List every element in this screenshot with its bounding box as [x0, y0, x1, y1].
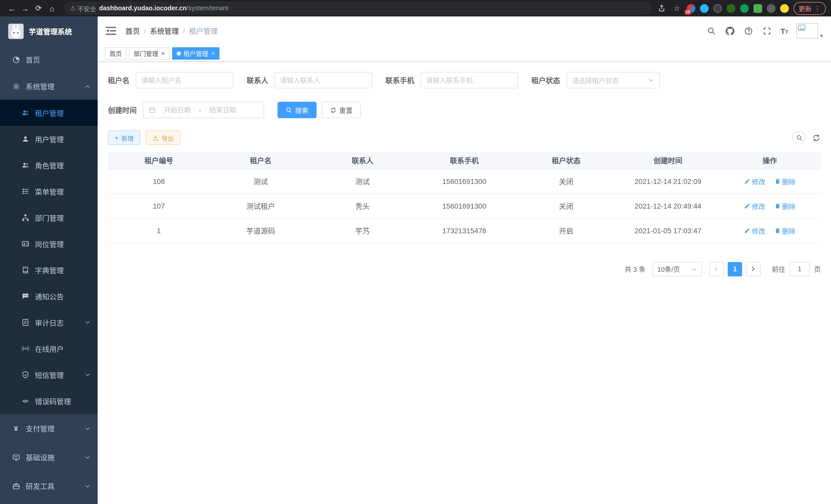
edit-link[interactable]: 修改	[744, 201, 765, 211]
sidebar-item-menu[interactable]: 菜单管理	[0, 178, 98, 205]
toolbox-icon	[11, 482, 21, 490]
sidebar-item-dept[interactable]: 部门管理	[0, 205, 98, 231]
page-size-select[interactable]: 10条/页	[653, 262, 702, 276]
filter-row-2: 创建时间 - 搜索 重置	[108, 102, 821, 118]
sidebar-item-system[interactable]: 系统管理	[0, 73, 98, 100]
col-status: 租户状态	[515, 152, 617, 169]
chevron-down-icon	[691, 266, 697, 272]
sidebar-item-audit-log[interactable]: 审计日志	[0, 309, 98, 335]
update-button[interactable]: 更新 ⋮	[794, 2, 826, 14]
breadcrumb-home[interactable]: 首页	[125, 26, 140, 36]
close-icon[interactable]: ×	[161, 50, 165, 56]
table-header-row: 租户编号 租户名 联系人 联系手机 租户状态 创建时间 操作	[108, 152, 821, 169]
reset-button[interactable]: 重置	[322, 102, 361, 118]
tenant-name-input[interactable]	[141, 76, 228, 84]
start-date-input[interactable]	[159, 106, 196, 114]
tab-home[interactable]: 首页	[105, 47, 126, 59]
user-avatar-menu[interactable]: ▾	[797, 23, 823, 38]
main: 首页 / 系统管理 / 租户管理	[98, 17, 831, 504]
user-icon	[21, 135, 30, 143]
bookmark-star-icon[interactable]: ☆	[672, 3, 682, 13]
cell-actions: 修改 删除	[719, 194, 821, 218]
chevron-up-icon	[85, 84, 90, 89]
edit-link[interactable]: 修改	[744, 176, 765, 186]
sidebar-item-home[interactable]: 首页	[0, 46, 98, 73]
sidebar-collapse-icon[interactable]	[106, 25, 117, 36]
date-range-picker[interactable]: -	[143, 102, 264, 118]
back-icon[interactable]: ←	[5, 2, 19, 15]
sidebar-item-role[interactable]: 角色管理	[0, 152, 98, 178]
sidebar-item-dict[interactable]: 字典管理	[0, 257, 98, 283]
refresh-button[interactable]	[812, 133, 821, 142]
tab-tenant[interactable]: 租户管理 ×	[172, 47, 220, 59]
logo[interactable]: 芋道管理系统	[0, 17, 98, 46]
fullscreen-icon[interactable]	[762, 26, 772, 36]
chevron-down-icon	[85, 483, 90, 489]
forward-icon[interactable]: →	[19, 2, 32, 15]
right-toolbar	[793, 131, 821, 144]
breadcrumb-separator: /	[144, 27, 146, 35]
font-size-icon[interactable]: TT	[780, 26, 789, 35]
col-contact: 联系人	[312, 152, 413, 169]
topbar-actions: TT ▾	[706, 23, 823, 38]
breadcrumb-current: 租户管理	[189, 26, 218, 36]
close-icon[interactable]: ×	[211, 50, 215, 56]
extension-icon-2[interactable]	[700, 4, 709, 12]
trash-icon	[774, 228, 781, 234]
sidebar-item-notice[interactable]: 通知公告	[0, 283, 98, 309]
cell-contact: 秃头	[312, 194, 413, 218]
toggle-search-button[interactable]	[793, 131, 806, 144]
cell-status: 开启	[515, 218, 617, 243]
extension-icon-6[interactable]	[753, 4, 762, 12]
current-page[interactable]: 1	[728, 262, 742, 276]
next-page-button[interactable]	[746, 262, 761, 276]
home-icon[interactable]: ⌂	[45, 2, 59, 15]
sidebar-item-online-user[interactable]: 在线用户	[0, 335, 98, 362]
add-button[interactable]: + 新增	[108, 130, 140, 145]
sidebar-item-infra[interactable]: 基础设施	[0, 443, 98, 472]
delete-link[interactable]: 删除	[774, 176, 796, 186]
cell-tenant-name: 测试	[210, 169, 311, 194]
sidebar-item-pay[interactable]: ¥ 支付管理	[0, 414, 98, 443]
security-warning[interactable]: ⚠ 不安全	[70, 4, 96, 12]
chevron-right-icon	[751, 266, 756, 272]
sidebar-item-tenant[interactable]: 租户管理	[0, 100, 98, 126]
github-icon[interactable]	[725, 26, 735, 36]
goto-page-input[interactable]	[790, 262, 810, 276]
sidebar-item-dev-tools[interactable]: 研发工具	[0, 472, 98, 500]
breadcrumb-system[interactable]: 系统管理	[150, 26, 179, 36]
sidebar-item-user[interactable]: 用户管理	[0, 126, 98, 152]
address-bar[interactable]: ⚠ 不安全 dashboard.yudao.iocoder.cn/system/…	[64, 2, 652, 15]
extension-icon-1[interactable]: 10	[687, 4, 695, 12]
delete-link[interactable]: 删除	[774, 201, 796, 211]
contact-input[interactable]	[280, 76, 366, 84]
trash-icon	[774, 178, 781, 184]
profile-avatar-icon[interactable]	[780, 4, 789, 12]
reload-icon[interactable]: ⟳	[32, 2, 45, 15]
export-button[interactable]: 导出	[145, 130, 180, 145]
end-date-input[interactable]	[204, 106, 241, 114]
search-button[interactable]: 搜索	[278, 102, 317, 118]
phone-input[interactable]	[426, 76, 512, 84]
chevron-down-icon	[85, 320, 90, 325]
kebab-menu-icon[interactable]: ⋮	[814, 4, 821, 12]
help-icon[interactable]	[743, 26, 754, 36]
filter-create-time: 创建时间 -	[108, 102, 264, 118]
sidebar: 芋道管理系统 首页 系统管理 租户管	[0, 17, 98, 504]
search-icon[interactable]	[706, 26, 717, 36]
extension-icon-7[interactable]	[767, 4, 775, 12]
sidebar-item-post[interactable]: 岗位管理	[0, 231, 98, 257]
edit-link[interactable]: 修改	[744, 226, 765, 236]
cell-tenant-id: 107	[108, 194, 210, 218]
prev-page-button[interactable]	[709, 262, 724, 276]
status-select[interactable]: 请选择租户状态	[566, 72, 660, 88]
extension-icon-4[interactable]	[727, 4, 736, 12]
extension-icon-3[interactable]	[713, 4, 722, 12]
delete-link[interactable]: 删除	[774, 226, 796, 236]
tab-dept[interactable]: 部门管理 ×	[129, 47, 170, 59]
table-row: 1 芋道源码 芋艿 17321315478 开启 2021-01-05 17:0…	[108, 218, 821, 243]
extension-icon-5[interactable]	[740, 4, 749, 12]
sidebar-item-error-code[interactable]: </> 错误码管理	[0, 388, 98, 414]
sidebar-item-sms[interactable]: 短信管理	[0, 362, 98, 388]
share-icon[interactable]	[657, 3, 667, 13]
